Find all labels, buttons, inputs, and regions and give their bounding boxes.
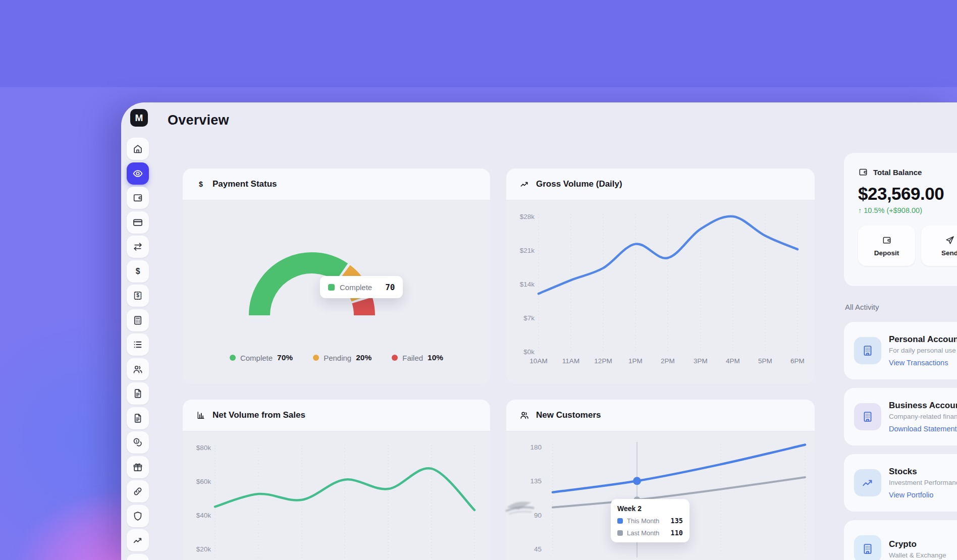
- sidebar-item-eye[interactable]: [127, 162, 149, 185]
- dollar-icon: $: [132, 266, 143, 277]
- wallet-icon: [858, 167, 868, 177]
- legend-swatch: [328, 284, 335, 291]
- dollar-icon: $: [196, 179, 206, 189]
- sidebar-item-file[interactable]: [127, 407, 149, 429]
- users-icon: [132, 364, 143, 375]
- activity-item-subtitle: Company-related finances: [889, 413, 957, 420]
- sidebar-item-gift[interactable]: [127, 456, 149, 478]
- activity-item-title: Crypto: [889, 539, 946, 549]
- svg-text:3PM: 3PM: [694, 357, 708, 365]
- new-customers-card: 1801359045 New Customers Week 2 This Mon…: [506, 400, 815, 560]
- app-logo[interactable]: M: [130, 109, 148, 127]
- sidebar-item-list[interactable]: [127, 333, 149, 356]
- sidebar-item-coins[interactable]: 1: [127, 431, 149, 454]
- calculator-icon: [132, 315, 143, 326]
- sidebar-item-wallet[interactable]: [127, 187, 149, 209]
- svg-text:$21k: $21k: [520, 247, 535, 254]
- total-balance-change: ↑ 10.5% (+$908.00): [858, 206, 957, 214]
- svg-text:180: 180: [530, 443, 542, 451]
- svg-text:$0k: $0k: [523, 348, 535, 356]
- sidebar-item-receipt[interactable]: $: [127, 285, 149, 307]
- tooltip-row-this-month: This Month135: [617, 517, 683, 525]
- svg-text:10AM: 10AM: [529, 357, 547, 365]
- building-icon: [854, 337, 881, 364]
- wallet-icon: [132, 192, 143, 203]
- svg-text:$60k: $60k: [196, 478, 211, 485]
- activity-item-subtitle: Investment Performance: [889, 479, 957, 486]
- sidebar-item-monitor[interactable]: [127, 554, 149, 560]
- home-icon: [132, 143, 143, 154]
- activity-item-stocks[interactable]: StocksInvestment PerformanceView Portfol…: [844, 454, 957, 512]
- gross-volume-card: $28k$21k$14k$7k$0k10AM11AM12PM1PM2PM3PM4…: [506, 169, 815, 384]
- all-activity-list: Personal AccountFor daily personal useVi…: [844, 322, 957, 560]
- right-panel: Total Balance $23,569.00 ↑ 10.5% (+$908.…: [844, 153, 957, 560]
- svg-text:$: $: [199, 180, 203, 188]
- activity-item-subtitle: Wallet & Exchange: [889, 551, 946, 559]
- svg-text:1: 1: [135, 439, 137, 443]
- credit-card-icon: [132, 217, 143, 228]
- card-header: New Customers: [506, 400, 815, 431]
- card-title: Payment Status: [212, 179, 277, 189]
- sidebar-item-dollar[interactable]: $: [127, 260, 149, 283]
- sidebar-item-home[interactable]: [127, 138, 149, 160]
- svg-text:2PM: 2PM: [661, 357, 675, 365]
- trend-up-icon: [854, 469, 881, 496]
- card-header: Net Volume from Sales: [183, 400, 490, 431]
- bar-chart-icon: [196, 410, 206, 420]
- sidebar-item-transfer[interactable]: [127, 236, 149, 258]
- sidebar-item-trend-up[interactable]: [127, 529, 149, 551]
- svg-text:11AM: 11AM: [562, 357, 579, 365]
- activity-item-link[interactable]: View Transactions: [889, 359, 957, 367]
- card-header: Gross Volume (Daily): [506, 169, 815, 200]
- all-activity-title: All Activity: [845, 302, 957, 312]
- file-icon: [132, 413, 143, 424]
- send-button[interactable]: Send: [921, 226, 957, 266]
- send-button-label: Send: [941, 249, 957, 257]
- tooltip-value: 70: [385, 283, 395, 292]
- svg-text:$80k: $80k: [196, 444, 211, 452]
- svg-text:$: $: [136, 293, 139, 298]
- activity-item-link[interactable]: View Portfolio: [889, 491, 957, 499]
- svg-text:1PM: 1PM: [628, 357, 643, 365]
- file-icon: [132, 388, 143, 399]
- sidebar-item-shield[interactable]: [127, 505, 149, 527]
- svg-text:$20k: $20k: [196, 545, 211, 553]
- card-title: New Customers: [536, 410, 601, 420]
- svg-text:$40k: $40k: [196, 512, 211, 519]
- svg-text:$7k: $7k: [523, 314, 535, 322]
- users-icon: [519, 410, 529, 420]
- svg-text:$: $: [136, 267, 140, 275]
- svg-text:$28k: $28k: [520, 213, 535, 220]
- activity-item-title: Stocks: [889, 467, 957, 477]
- shield-icon: [132, 511, 143, 522]
- receipt-icon: $: [132, 290, 143, 301]
- list-icon: [132, 339, 143, 350]
- eye-icon: [132, 168, 143, 179]
- card-header: $ Payment Status: [183, 169, 490, 200]
- activity-item-business-account[interactable]: Business AccountCompany-related finances…: [844, 388, 957, 445]
- total-balance-amount: $23,569.00: [858, 184, 957, 204]
- sidebar: $$1: [127, 138, 149, 560]
- page-title: Overview: [168, 113, 229, 128]
- sidebar-item-users[interactable]: [127, 358, 149, 380]
- legend-item-failed: Failed10%: [392, 353, 443, 362]
- sidebar-item-credit-card[interactable]: [127, 211, 149, 234]
- total-balance-label: Total Balance: [873, 168, 922, 177]
- svg-text:$14k: $14k: [520, 281, 535, 288]
- coins-icon: 1: [132, 437, 143, 448]
- svg-text:45: 45: [534, 545, 542, 553]
- tooltip-label: Complete: [340, 283, 372, 292]
- gauge-legend: Complete70%Pending20%Failed10%: [183, 353, 490, 362]
- activity-item-crypto[interactable]: CryptoWallet & Exchange: [844, 520, 957, 560]
- deposit-button[interactable]: Deposit: [858, 226, 915, 266]
- sidebar-item-file[interactable]: [127, 382, 149, 405]
- sidebar-item-calculator[interactable]: [127, 309, 149, 331]
- activity-item-personal-account[interactable]: Personal AccountFor daily personal useVi…: [844, 322, 957, 379]
- gauge-tooltip: Complete 70: [320, 276, 403, 298]
- svg-text:4PM: 4PM: [726, 357, 740, 365]
- sidebar-item-link[interactable]: [127, 480, 149, 502]
- week-tooltip: Week 2 This Month135Last Month110: [611, 499, 689, 542]
- activity-item-title: Personal Account: [889, 334, 957, 345]
- total-balance-card: Total Balance $23,569.00 ↑ 10.5% (+$908.…: [844, 153, 957, 286]
- activity-item-link[interactable]: Download Statements: [889, 425, 957, 433]
